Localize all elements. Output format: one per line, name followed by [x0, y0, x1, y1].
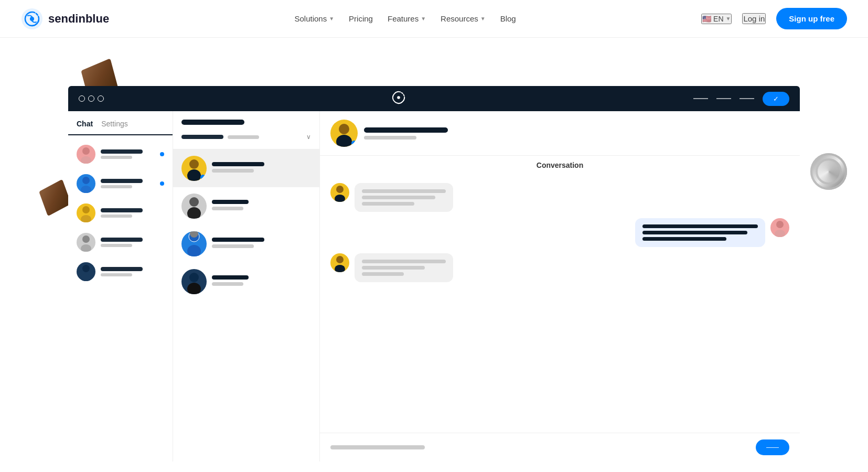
chat-info: [101, 149, 164, 159]
logo-text: sendinblue: [48, 12, 109, 26]
svg-point-1: [30, 17, 34, 21]
person-figure: [330, 183, 349, 202]
topbar-logo: [391, 90, 406, 108]
conv-info: [212, 238, 311, 250]
conversation-panel: ∨: [173, 111, 320, 462]
svg-point-12: [81, 244, 91, 252]
list-item[interactable]: [68, 140, 173, 169]
login-button[interactable]: Log in: [742, 13, 766, 24]
avatar: [77, 262, 95, 281]
hero-section: ✓ Chat Settings: [0, 38, 868, 472]
chat-info: [101, 208, 164, 218]
svg-point-25: [339, 124, 349, 134]
svg-point-4: [397, 96, 400, 99]
list-item[interactable]: [68, 198, 173, 228]
online-indicator: [160, 181, 164, 186]
nav-right: 🇺🇸 EN ▼ Log in Sign up free: [701, 8, 847, 29]
conv-dropdown-arrow[interactable]: ∨: [306, 133, 311, 141]
logo[interactable]: sendinblue: [21, 8, 109, 30]
topbar-dot-1: [79, 95, 85, 102]
avatar: [77, 145, 95, 164]
resources-dropdown-arrow: ▼: [480, 16, 486, 22]
svg-point-5: [82, 147, 90, 155]
message-bubble-right: [635, 218, 765, 247]
topbar-confirm-button[interactable]: ✓: [763, 92, 789, 106]
list-item[interactable]: [68, 228, 173, 257]
svg-point-15: [189, 159, 199, 169]
topbar-line-1: [693, 98, 708, 99]
svg-point-18: [189, 197, 199, 207]
list-item[interactable]: [68, 169, 173, 198]
detail-sub-bar: [364, 136, 416, 140]
tab-chat[interactable]: Chat: [77, 120, 93, 128]
topbar-dots: [79, 95, 104, 102]
topbar-line-3: [740, 98, 754, 99]
svg-point-19: [187, 207, 201, 219]
app-content: Chat Settings: [68, 111, 800, 462]
msg-avatar: [330, 183, 349, 202]
nav-blog[interactable]: Blog: [500, 14, 516, 23]
conv-input-bar[interactable]: [330, 445, 425, 449]
chat-sidebar: Chat Settings: [68, 111, 173, 462]
svg-point-32: [335, 265, 345, 272]
send-button[interactable]: ——: [756, 439, 789, 455]
svg-point-10: [81, 215, 91, 222]
signup-button[interactable]: Sign up free: [776, 8, 847, 29]
chat-list: [68, 135, 173, 291]
conv-item[interactable]: [173, 225, 319, 263]
features-dropdown-arrow: ▼: [421, 16, 426, 22]
checkmark-icon: ✓: [773, 95, 779, 103]
msg-avatar: [330, 253, 349, 272]
chat-msg-bar: [101, 185, 132, 188]
list-item[interactable]: [68, 257, 173, 286]
person-figure: [330, 253, 349, 272]
conv-msg-bar: [212, 244, 254, 248]
svg-point-7: [82, 177, 90, 184]
svg-point-29: [776, 221, 784, 228]
conv-msg-bar: [212, 282, 243, 286]
flag-icon: 🇺🇸: [702, 15, 711, 23]
chat-name-bar: [101, 179, 143, 183]
person-figure: [77, 233, 95, 252]
msg-line: [362, 189, 446, 193]
conv-name-bar: [212, 200, 249, 204]
msg-line: [642, 224, 758, 228]
conversation-label: Conversation: [320, 156, 800, 175]
nav-solutions[interactable]: Solutions ▼: [294, 14, 334, 23]
person-figure: [77, 203, 95, 222]
svg-point-14: [81, 274, 91, 281]
message-row-right: [330, 218, 789, 247]
conv-item-active[interactable]: [173, 149, 319, 187]
conv-item[interactable]: [173, 263, 319, 301]
avatar: [77, 203, 95, 222]
messages-area: [320, 175, 800, 433]
msg-line: [362, 272, 404, 276]
nav-resources[interactable]: Resources ▼: [441, 14, 486, 23]
conv-name-bar: [212, 238, 264, 242]
svg-point-9: [82, 206, 90, 213]
svg-point-31: [336, 256, 344, 263]
svg-point-22: [187, 245, 201, 256]
chat-msg-bar: [101, 214, 132, 218]
conv-avatar: [181, 269, 207, 294]
language-selector[interactable]: 🇺🇸 EN ▼: [701, 14, 732, 24]
chat-msg-bar: [101, 244, 132, 247]
topbar-line-2: [716, 98, 731, 99]
nav-pricing[interactable]: Pricing: [349, 14, 373, 23]
avatar: [77, 233, 95, 252]
svg-point-26: [336, 135, 352, 147]
topbar-right: ✓: [693, 92, 789, 106]
conv-header: ∨: [173, 111, 319, 149]
detail-info: [364, 127, 789, 140]
tab-settings[interactable]: Settings: [101, 120, 128, 128]
app-frame: ✓ Chat Settings: [68, 86, 800, 462]
msg-line: [362, 266, 425, 270]
nav-features[interactable]: Features ▼: [388, 14, 426, 23]
message-row-left: [330, 253, 789, 282]
chat-name-bar: [101, 238, 143, 242]
detail-name-bar: [364, 127, 448, 133]
person-figure: [77, 262, 95, 281]
deco-cube-left: [39, 179, 71, 217]
conv-search-bar: [181, 135, 223, 139]
conv-item[interactable]: [173, 187, 319, 225]
